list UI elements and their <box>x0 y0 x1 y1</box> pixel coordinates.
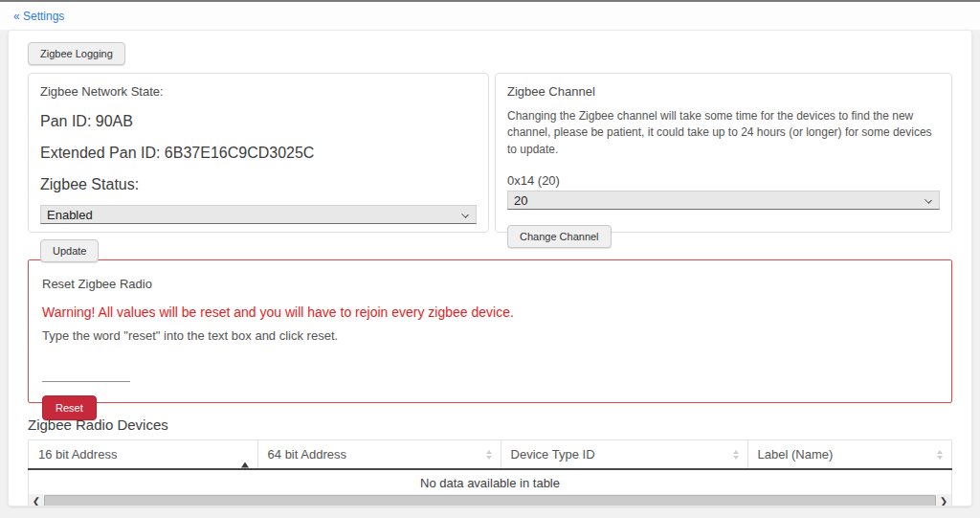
zigbee-logging-button[interactable]: Zigbee Logging <box>28 42 125 65</box>
reset-instruction-text: Type the word "reset" into the text box … <box>42 328 938 343</box>
network-state-title: Zigbee Network State: <box>40 84 477 99</box>
zigbee-channel-title: Zigbee Channel <box>507 84 940 99</box>
sort-both-icon <box>486 450 492 460</box>
chevron-down-icon <box>461 211 469 218</box>
chevron-down-icon <box>924 196 932 204</box>
sort-both-icon <box>937 450 943 460</box>
panels-row: Zigbee Network State: Pan ID: 90AB Exten… <box>28 73 952 233</box>
channel-selected-value: 20 <box>514 193 527 208</box>
change-channel-button[interactable]: Change Channel <box>507 225 612 248</box>
zigbee-radio-devices-heading: Zigbee Radio Devices <box>28 417 952 433</box>
zigbee-channel-panel: Zigbee Channel Changing the Zigbee chann… <box>495 73 952 233</box>
channel-description: Changing the Zigbee channel will take so… <box>507 108 940 158</box>
reset-panel-title: Reset Zigbee Radio <box>42 277 938 291</box>
column-header-16-bit-address[interactable]: 16 bit Address <box>28 440 257 468</box>
devices-table-body: No data available in table <box>28 470 952 494</box>
back-to-settings-link[interactable]: « Settings <box>13 10 64 23</box>
zigbee-status-select[interactable]: Enabled <box>40 205 477 224</box>
reset-confirmation-input[interactable] <box>42 363 130 382</box>
zigbee-network-state-panel: Zigbee Network State: Pan ID: 90AB Exten… <box>28 73 489 233</box>
column-header-device-type-id[interactable]: Device Type ID <box>501 440 747 468</box>
horizontal-scrollbar[interactable]: ❮ ❯ <box>28 494 952 507</box>
zigbee-status-label: Zigbee Status: <box>40 176 477 193</box>
extended-pan-id-value: Extended Pan ID: 6B37E16C9CD3025C <box>40 145 477 162</box>
column-header-64-bit-address[interactable]: 64 bit Address <box>257 440 501 468</box>
reset-zigbee-radio-panel: Reset Zigbee Radio Warning! All values w… <box>28 259 952 403</box>
column-label: 16 bit Address <box>38 447 117 462</box>
channel-select[interactable]: 20 <box>507 191 940 210</box>
scroll-left-arrow-icon[interactable]: ❮ <box>29 494 44 507</box>
current-channel-label: 0x14 (20) <box>507 173 940 188</box>
sort-both-icon <box>733 450 739 460</box>
zigbee-status-selected-value: Enabled <box>47 208 93 222</box>
devices-table: 16 bit Address 64 bit Address Device Typ… <box>28 439 952 507</box>
scrollbar-thumb[interactable] <box>44 495 936 507</box>
sort-ascending-icon <box>241 447 249 462</box>
column-label: 64 bit Address <box>268 447 346 462</box>
pan-id-value: Pan ID: 90AB <box>40 113 477 130</box>
scroll-right-arrow-icon[interactable]: ❯ <box>936 494 951 507</box>
zigbee-settings-card: Zigbee Logging Zigbee Network State: Pan… <box>8 30 972 507</box>
reset-warning-text: Warning! All values will be reset and yo… <box>42 304 938 320</box>
empty-table-message: No data available in table <box>29 470 951 494</box>
update-button[interactable]: Update <box>40 239 99 262</box>
column-label: Device Type ID <box>511 447 595 462</box>
devices-table-header: 16 bit Address 64 bit Address Device Typ… <box>28 439 952 470</box>
column-label: Label (Name) <box>758 447 834 462</box>
column-header-label-name[interactable]: Label (Name) <box>747 440 952 468</box>
top-header-band: « Settings <box>0 0 980 30</box>
